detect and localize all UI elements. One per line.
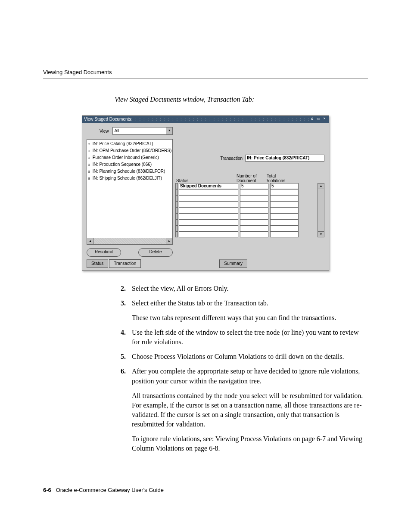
step-number: 4. (115, 328, 126, 347)
view-label: View (100, 129, 109, 134)
row-handle[interactable] (175, 201, 178, 207)
row-handle[interactable] (175, 183, 178, 189)
cell-total[interactable] (270, 213, 299, 219)
cell-number[interactable] (240, 201, 268, 207)
cell-status[interactable] (179, 225, 238, 231)
table-row[interactable] (175, 219, 317, 225)
scroll-track[interactable] (93, 238, 166, 244)
cell-number[interactable] (240, 189, 268, 195)
view-dropdown-value: All (115, 128, 119, 134)
step-number: 6. (115, 367, 126, 453)
resubmit-button[interactable]: Resubmit (87, 248, 121, 257)
cell-total[interactable] (270, 225, 299, 231)
table-row[interactable] (175, 189, 317, 195)
row-handle[interactable] (175, 213, 178, 219)
close-icon[interactable]: × (322, 116, 327, 121)
window-title: View Staged Documents (84, 116, 131, 123)
cell-status[interactable]: Skipped Documents (179, 183, 238, 189)
step-text: To ignore rule violations, see: Viewing … (132, 434, 364, 453)
minimize-icon[interactable]: ≤ (310, 116, 315, 121)
book-title: Oracle e-Commerce Gateway User's Guide (56, 487, 164, 493)
cell-status[interactable] (179, 213, 238, 219)
tab-status[interactable]: Status (87, 259, 108, 268)
step-text: Choose Process Violations or Column Viol… (132, 352, 364, 361)
col-status-header: Status (175, 178, 235, 183)
cell-status[interactable] (179, 195, 238, 201)
cell-status[interactable] (179, 207, 238, 213)
cell-number[interactable] (240, 195, 268, 201)
row-handle[interactable] (175, 219, 178, 225)
header-rule (43, 78, 368, 78)
step-text: Select the view, All or Errors Only. (132, 284, 364, 293)
tree-item[interactable]: IN: Shipping Schedule (862/DELJIT) (88, 175, 171, 182)
cell-status[interactable] (179, 231, 238, 237)
grid-vscrollbar[interactable]: ▴ ▾ (318, 183, 324, 237)
step-number: 3. (115, 299, 126, 323)
table-row[interactable] (175, 231, 317, 237)
table-row[interactable] (175, 201, 317, 207)
cell-status[interactable] (179, 201, 238, 207)
transaction-field[interactable]: IN: Price Catalog (832/PRICAT) (245, 155, 324, 162)
cell-number[interactable] (240, 225, 268, 231)
table-row[interactable] (175, 195, 317, 201)
cell-number[interactable] (240, 207, 268, 213)
tree-item[interactable]: IN: Price Catalog (832/PRICAT) (88, 140, 171, 147)
delete-button[interactable]: Delete (138, 248, 173, 257)
step-text: These two tabs represent different ways … (132, 313, 364, 323)
cell-status[interactable] (179, 219, 238, 225)
chevron-down-icon[interactable]: ▾ (166, 128, 172, 134)
step-text: All transactions contained by the node y… (132, 391, 364, 429)
cell-number[interactable]: 5 (240, 183, 268, 189)
scroll-down-icon[interactable]: ▾ (318, 231, 324, 237)
transaction-label: Transaction (220, 156, 243, 161)
cell-number[interactable] (240, 219, 268, 225)
tree-hscrollbar[interactable]: ◂ ▸ (87, 238, 173, 245)
titlebar-decoration: : : : : : : : : : : : : : : : : : : : : … (131, 116, 309, 123)
tree-item[interactable]: IN: Planning Schedule (830/DELFOR) (88, 168, 171, 175)
cell-status[interactable] (179, 189, 238, 195)
col-total-header: Total Violations (265, 174, 295, 183)
table-row[interactable] (175, 213, 317, 219)
step-text: Select either the Status tab or the Tran… (132, 299, 364, 308)
row-handle[interactable] (175, 189, 178, 195)
tree-view[interactable]: IN: Price Catalog (832/PRICAT) IN: OPM P… (87, 139, 173, 238)
row-handle[interactable] (175, 225, 178, 231)
row-handle[interactable] (175, 231, 178, 237)
view-dropdown[interactable]: All ▾ (112, 127, 173, 135)
results-grid: Status Number of Document Total Violatio… (175, 172, 317, 237)
table-row[interactable] (175, 207, 317, 213)
tree-item[interactable]: IN: Production Sequence (866) (88, 161, 171, 168)
scroll-up-icon[interactable]: ▴ (318, 184, 324, 189)
step-text: After you complete the appropriate setup… (132, 367, 364, 386)
tab-summary[interactable]: Summary (219, 259, 247, 268)
tab-transaction[interactable]: Transaction (109, 259, 141, 268)
col-number-header: Number of Document (235, 174, 265, 183)
screenshot-window: View Staged Documents : : : : : : : : : … (82, 115, 329, 271)
cell-total[interactable] (270, 207, 299, 213)
step-number: 5. (115, 352, 126, 361)
scroll-track[interactable] (318, 189, 324, 231)
cell-total[interactable]: 5 (270, 183, 299, 189)
cell-total[interactable] (270, 231, 299, 237)
cell-number[interactable] (240, 213, 268, 219)
cell-total[interactable] (270, 201, 299, 207)
tree-item[interactable]: Purchase Order Inbound (Generic) (88, 154, 171, 161)
step-text: Use the left side of the window to selec… (132, 328, 364, 347)
cell-total[interactable] (270, 189, 299, 195)
step-number: 2. (115, 284, 126, 293)
scroll-right-icon[interactable]: ▸ (166, 238, 172, 244)
table-row[interactable]: Skipped Documents55 (175, 183, 317, 189)
scroll-left-icon[interactable]: ◂ (87, 238, 93, 244)
instruction-list: 2. Select the view, All or Errors Only. … (115, 284, 364, 453)
titlebar: View Staged Documents : : : : : : : : : … (82, 116, 329, 123)
maximize-icon[interactable]: ▭ (316, 116, 321, 121)
cell-number[interactable] (240, 231, 268, 237)
cell-total[interactable] (270, 195, 299, 201)
page-footer: 6-6 Oracle e-Commerce Gateway User's Gui… (43, 487, 164, 493)
table-row[interactable] (175, 225, 317, 231)
row-handle[interactable] (175, 207, 178, 213)
tree-item[interactable]: IN: OPM Purchase Order (850/ORDERS) (88, 147, 171, 154)
cell-total[interactable] (270, 219, 299, 225)
row-handle[interactable] (175, 195, 178, 201)
page-number: 6-6 (43, 487, 51, 493)
